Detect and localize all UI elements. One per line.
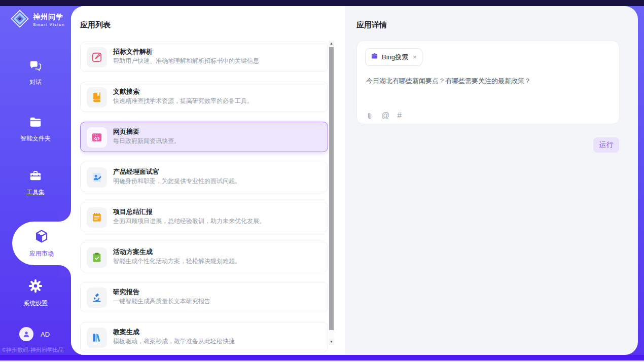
sidebar-item-label: 应用市场 <box>29 249 54 258</box>
sidebar-item-label: 智能文件夹 <box>20 134 51 143</box>
app-card[interactable]: 项目总结汇报 全面回顾项目进展，总结经验教训，助力未来优化发展。 <box>80 202 328 232</box>
gear-icon <box>28 278 43 296</box>
app-card-title: 活动方案生成 <box>113 247 153 257</box>
brand-name: 神州问学 <box>33 13 65 22</box>
app-card-list: 招标文件解析 帮助用户快速、准确地理解和解析招标书中的关键信息 文献搜索 快速精… <box>80 42 328 355</box>
app-detail-title: 应用详情 <box>356 20 387 30</box>
tool-tag-bing-search[interactable]: Bing搜索 × <box>365 48 422 66</box>
app-card-title: 网页摘要 <box>113 127 139 136</box>
app-card-title: 文献搜索 <box>113 87 139 96</box>
app-card-description: 快速精准查找学术资源，提高研究效率的必备工具。 <box>113 97 253 105</box>
paperclip-icon[interactable] <box>366 112 374 120</box>
brand-subtitle: Smart Vision <box>33 22 65 27</box>
app-card-description: 全面回顾项目进展，总结经验教训，助力未来优化发展。 <box>113 217 265 226</box>
scrollbar[interactable]: ▲ ▼ <box>329 41 334 345</box>
app-card-description: 模板驱动，教案秒成，教学准备从此轻松快捷 <box>113 337 235 346</box>
window-bottom-bar <box>0 355 644 360</box>
app-card-title: 产品经理面试官 <box>113 167 159 176</box>
scrollbar-thumb[interactable] <box>329 47 334 330</box>
app-card-title: 招标文件解析 <box>113 47 153 56</box>
bubble-curve-top <box>59 209 71 222</box>
app-card-description: 每日政府新闻资讯快查。 <box>113 137 180 146</box>
app-detail-panel: 应用详情 Bing搜索 × 今日湖北有哪些新闻要点？有哪些需要关注的最新政策？ <box>345 6 638 355</box>
app-card[interactable]: 招标文件解析 帮助用户快速、准确地理解和解析招标书中的关键信息 <box>80 42 328 72</box>
app-list-title: 应用列表 <box>80 20 111 30</box>
edit-doc-icon <box>87 47 107 67</box>
window-top-bar <box>0 0 644 6</box>
app-card[interactable]: 研究报告 一键智能生成高质量长文本研究报告 <box>80 282 328 312</box>
folder-icon <box>29 116 42 131</box>
app-card-description: 一键智能生成高质量长文本研究报告 <box>113 297 210 306</box>
diamond-logo-icon <box>10 9 29 30</box>
toolbox-icon <box>29 169 42 185</box>
app-card-title: 研究报告 <box>113 287 139 297</box>
sidebar-footer: ©神州数码·神州问学出品 <box>2 346 71 354</box>
app-card[interactable]: 文献搜索 快速精准查找学术资源，提高研究效率的必备工具。 <box>80 82 328 112</box>
books-icon <box>87 328 107 348</box>
sidebar-item-label: 工具集 <box>26 188 45 197</box>
app-card[interactable]: 教案生成 模板驱动，教案秒成，教学准备从此轻松快捷 <box>80 322 328 352</box>
sidebar-item-folder[interactable]: 智能文件夹 <box>0 116 71 143</box>
scroll-up-icon[interactable]: ▲ <box>329 41 334 47</box>
user-name: AD <box>41 331 50 338</box>
close-icon[interactable]: × <box>413 54 417 60</box>
sidebar-item-label: 对话 <box>29 78 42 87</box>
sidebar: 神州问学 Smart Vision 对话 智能文件夹 工具集 应用市场 系统设置… <box>0 6 71 355</box>
notes-icon <box>87 207 107 228</box>
tool-tag-label: Bing搜索 <box>382 53 408 62</box>
scroll-down-icon[interactable]: ▼ <box>329 339 334 345</box>
cube-icon <box>34 229 49 246</box>
sidebar-item-toolbox[interactable]: 工具集 <box>0 169 71 197</box>
app-card[interactable]: 活动方案生成 智能生成个性化活动方案，轻松解决规划难题。 <box>80 242 328 272</box>
app-window: 神州问学 Smart Vision 对话 智能文件夹 工具集 应用市场 系统设置… <box>0 0 644 362</box>
app-card-title: 教案生成 <box>113 328 139 337</box>
sidebar-item-label: 系统设置 <box>23 299 48 308</box>
prompt-card: Bing搜索 × 今日湖北有哪些新闻要点？有哪些需要关注的最新政策？ @ # <box>356 41 620 124</box>
hash-icon[interactable]: # <box>397 111 402 120</box>
browser-code-icon <box>87 127 107 148</box>
interview-icon <box>87 167 107 188</box>
app-card-description: 明确身份和职责，为您提供专业性的面试问题。 <box>113 177 241 186</box>
sidebar-item-gear[interactable]: 系统设置 <box>0 278 71 308</box>
microscope-icon <box>87 287 107 308</box>
app-card[interactable]: 产品经理面试官 明确身份和职责，为您提供专业性的面试问题。 <box>80 162 328 192</box>
at-icon[interactable]: @ <box>381 111 389 120</box>
sidebar-item-cube[interactable]: 应用市场 <box>12 222 71 265</box>
user-account[interactable]: AD <box>19 327 50 341</box>
run-button[interactable]: 运行 <box>593 137 619 153</box>
app-card-description: 帮助用户快速、准确地理解和解析招标书中的关键信息 <box>113 57 259 65</box>
app-card-title: 项目总结汇报 <box>113 207 153 216</box>
clipboard-check-icon <box>87 247 107 268</box>
app-card-description: 智能生成个性化活动方案，轻松解决规划难题。 <box>113 257 241 266</box>
prompt-toolbar: @ # <box>366 111 402 120</box>
prompt-input[interactable]: 今日湖北有哪些新闻要点？有哪些需要关注的最新政策？ <box>366 77 610 86</box>
avatar-icon <box>19 327 33 341</box>
chat-icon <box>29 59 42 75</box>
brand-logo: 神州问学 Smart Vision <box>10 9 65 30</box>
briefcase-icon <box>371 52 378 62</box>
sidebar-item-chat[interactable]: 对话 <box>0 59 71 87</box>
bubble-curve-bottom <box>59 265 71 277</box>
main-surface: 应用列表 招标文件解析 帮助用户快速、准确地理解和解析招标书中的关键信息 文献搜… <box>71 6 638 355</box>
book-icon <box>87 87 107 107</box>
app-list-panel: 应用列表 招标文件解析 帮助用户快速、准确地理解和解析招标书中的关键信息 文献搜… <box>71 6 345 355</box>
app-card[interactable]: 网页摘要 每日政府新闻资讯快查。 <box>80 122 328 152</box>
